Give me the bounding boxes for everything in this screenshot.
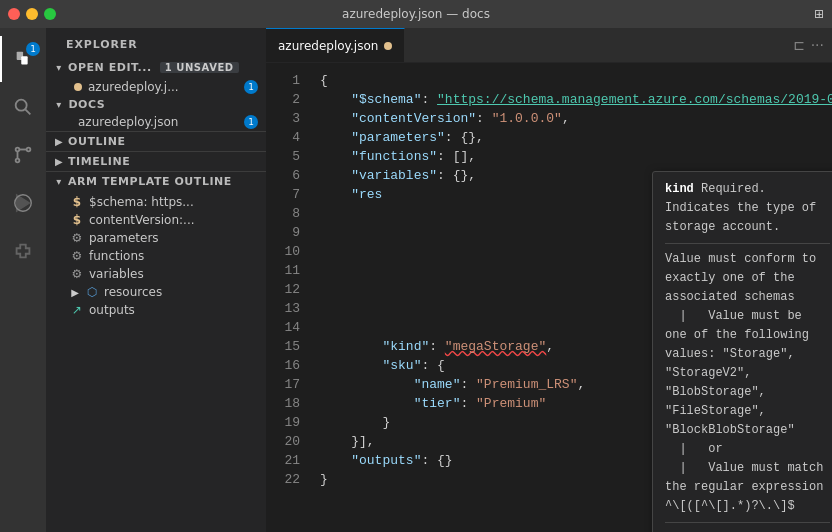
- open-editor-filename: azuredeploy.j...: [88, 80, 179, 94]
- open-editor-file[interactable]: azuredeploy.j... 1: [46, 78, 266, 96]
- open-editors-section[interactable]: ▾ Open Edit... 1 UNSAVED: [46, 57, 266, 78]
- titlebar-actions: ⊞: [814, 7, 824, 21]
- open-editor-count: 1: [244, 80, 258, 94]
- titlebar: azuredeploy.json — docs ⊞: [0, 0, 832, 28]
- layout-icon[interactable]: ⊞: [814, 7, 824, 21]
- resources-chevron: ▶: [70, 287, 80, 297]
- code-line-5: "functions": [],: [320, 147, 832, 166]
- tree-item-outputs[interactable]: ↗ outputs: [46, 301, 266, 319]
- docs-section-header[interactable]: ▾ Docs: [46, 96, 266, 113]
- code-editor[interactable]: { "$schema": "https://schema.management.…: [312, 63, 832, 532]
- parameters-icon: ⚙: [70, 231, 84, 245]
- svg-point-6: [16, 148, 20, 152]
- outline-header[interactable]: ▶ Outline: [46, 132, 266, 151]
- tree-item-resources[interactable]: ▶ ⬡ resources: [46, 283, 266, 301]
- outputs-icon: ↗: [70, 303, 84, 317]
- code-line-2: "$schema": "https://schema.management.az…: [320, 90, 832, 109]
- sidebar-header: Explorer: [46, 28, 266, 57]
- sidebar: Explorer ▾ Open Edit... 1 UNSAVED azured…: [46, 28, 266, 532]
- outline-chevron: ▶: [54, 137, 64, 147]
- functions-label: functions: [89, 249, 144, 263]
- svg-point-4: [16, 159, 20, 163]
- schema-label: $schema: https...: [89, 195, 194, 209]
- tab-filename: azuredeploy.json: [278, 39, 378, 53]
- editor-tab-azuredeploy[interactable]: azuredeploy.json: [266, 28, 405, 62]
- arm-template-section: ▾ ARM Template Outline $ $schema: https.…: [46, 171, 266, 321]
- schema-icon: $: [70, 195, 84, 209]
- unsaved-badge: 1 UNSAVED: [160, 62, 239, 73]
- tree-item-functions[interactable]: ⚙ functions: [46, 247, 266, 265]
- tree-item-parameters[interactable]: ⚙ parameters: [46, 229, 266, 247]
- explorer-badge: 1: [26, 42, 40, 56]
- svg-point-2: [16, 100, 27, 111]
- variables-icon: ⚙: [70, 267, 84, 281]
- code-line-4: "parameters": {},: [320, 128, 832, 147]
- activity-debug[interactable]: [0, 180, 46, 226]
- editor-content: 1 2 3 4 5 6 7 8 9 10 11 12 13 14 15 16 1…: [266, 63, 832, 532]
- maximize-button[interactable]: [44, 8, 56, 20]
- resources-icon: ⬡: [85, 285, 99, 299]
- modified-dot: [74, 83, 82, 91]
- svg-rect-1: [21, 56, 27, 64]
- timeline-section: ▶ Timeline: [46, 151, 266, 171]
- hover-body-line-5: | Value must match the regular expressio…: [665, 459, 830, 516]
- svg-line-3: [25, 109, 30, 114]
- docs-filename: azuredeploy.json: [78, 115, 178, 129]
- outline-section: ▶ Outline: [46, 131, 266, 151]
- outline-sections: ▶ Outline ▶ Timeline ▾ ARM Template Outl…: [46, 131, 266, 532]
- docs-file[interactable]: azuredeploy.json 1: [46, 113, 266, 131]
- outline-label: Outline: [68, 135, 125, 148]
- timeline-chevron: ▶: [54, 157, 64, 167]
- variables-label: variables: [89, 267, 144, 281]
- svg-point-5: [27, 148, 31, 152]
- code-line-3: "contentVersion": "1.0.0.0",: [320, 109, 832, 128]
- docs-chevron: ▾: [54, 100, 64, 110]
- hover-body-line-3: "StorageV2", "BlobStorage", "FileStorage…: [665, 364, 830, 440]
- svg-marker-9: [17, 195, 30, 212]
- hover-body-line-4: | or: [665, 440, 830, 459]
- activity-source-control[interactable]: [0, 132, 46, 178]
- arm-template-label: ARM Template Outline: [68, 175, 232, 188]
- hover-tooltip: kind Required. Indicates the type of sto…: [652, 171, 832, 532]
- tree-item-content-version[interactable]: $ contentVersion:...: [46, 211, 266, 229]
- hover-body-line-1: Value must conform to exactly one of the…: [665, 250, 830, 307]
- tab-modified-indicator: [384, 42, 392, 50]
- open-editors-chevron: ▾: [54, 63, 64, 73]
- docs-file-count: 1: [244, 115, 258, 129]
- minimize-button[interactable]: [26, 8, 38, 20]
- content-version-label: contentVersion:...: [89, 213, 195, 227]
- arm-template-tree: $ $schema: https... $ contentVersion:...…: [46, 191, 266, 321]
- hover-body-line-2: | Value must be one of the following val…: [665, 307, 830, 364]
- activity-search[interactable]: [0, 84, 46, 130]
- tree-item-schema[interactable]: $ $schema: https...: [46, 193, 266, 211]
- activity-bar: 1: [0, 28, 46, 532]
- window-title: azuredeploy.json — docs: [342, 7, 490, 21]
- hover-title: kind Required. Indicates the type of sto…: [665, 180, 830, 237]
- outputs-label: outputs: [89, 303, 135, 317]
- docs-label: Docs: [68, 98, 105, 111]
- timeline-label: Timeline: [68, 155, 130, 168]
- tree-item-variables[interactable]: ⚙ variables: [46, 265, 266, 283]
- window-controls[interactable]: [8, 8, 56, 20]
- more-actions-icon[interactable]: ···: [811, 37, 824, 53]
- arm-template-header[interactable]: ▾ ARM Template Outline: [46, 172, 266, 191]
- activity-explorer[interactable]: 1: [0, 36, 46, 82]
- hover-kind-bold: kind: [665, 182, 694, 196]
- resources-label: resources: [104, 285, 162, 299]
- arm-template-chevron: ▾: [54, 177, 64, 187]
- functions-icon: ⚙: [70, 249, 84, 263]
- line-numbers: 1 2 3 4 5 6 7 8 9 10 11 12 13 14 15 16 1…: [266, 63, 312, 532]
- tab-bar-actions: ⊏ ···: [785, 28, 832, 62]
- code-line-1: {: [320, 71, 832, 90]
- split-editor-icon[interactable]: ⊏: [793, 37, 805, 53]
- editor-area: azuredeploy.json ⊏ ··· 1 2 3 4 5 6 7 8 9…: [266, 28, 832, 532]
- open-editors-label: Open Edit...: [68, 61, 152, 74]
- close-button[interactable]: [8, 8, 20, 20]
- timeline-header[interactable]: ▶ Timeline: [46, 152, 266, 171]
- tab-bar: azuredeploy.json ⊏ ···: [266, 28, 832, 63]
- content-version-icon: $: [70, 213, 84, 227]
- activity-extensions[interactable]: [0, 228, 46, 274]
- parameters-label: parameters: [89, 231, 159, 245]
